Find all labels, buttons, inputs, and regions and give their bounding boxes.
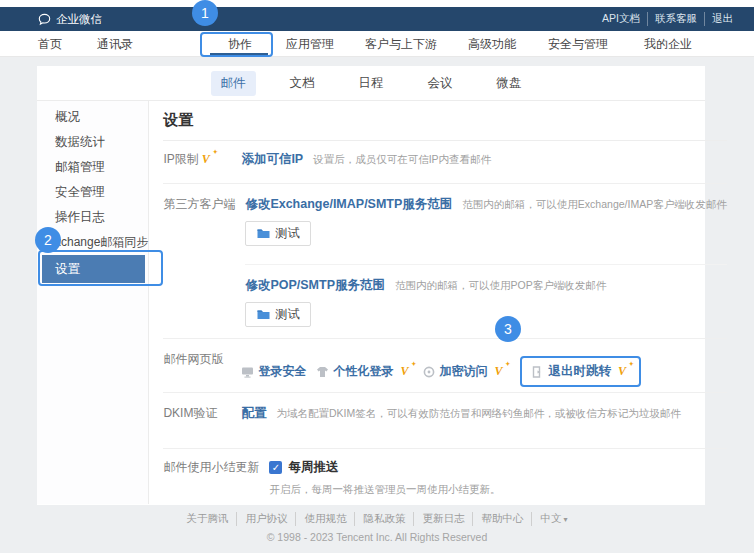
- weekly-push-checkbox[interactable]: [269, 461, 282, 474]
- dkim-configure-link[interactable]: 配置: [241, 405, 266, 422]
- tab-schedule[interactable]: 日程: [349, 71, 394, 96]
- annotation-step-2: 2: [35, 227, 61, 253]
- nav-my-company[interactable]: 我的企业: [644, 31, 692, 57]
- pop-range-note: 范围内的邮箱，可以使用POP客户端收发邮件: [395, 279, 606, 293]
- wecom-admin-page: 企业微信 API文档 联系客服 退出 首页 通讯录 协作 应用管理 客户与上下游…: [0, 0, 754, 553]
- ip-limit-row: IP限制 添加可信IP 设置后，成员仅可在可信IP内查看邮件: [163, 141, 726, 184]
- paid-feature-icon: [202, 152, 214, 167]
- tab-meeting[interactable]: 会议: [418, 71, 463, 96]
- page-title: 设置: [163, 101, 726, 141]
- mail-sidebar: 概况 数据统计 邮箱管理 安全管理 操作日志 Exchange邮箱同步 设置: [37, 101, 149, 504]
- summary-label: 邮件使用小结更新: [163, 459, 259, 505]
- sidebar-item-statistics[interactable]: 数据统计: [37, 130, 148, 155]
- logout-redirect-option[interactable]: 退出时跳转: [520, 356, 641, 387]
- logo-text: 企业微信: [56, 12, 102, 27]
- exchange-range-note: 范围内的邮箱，可以使用Exchange/IMAP客户端收发邮件: [462, 198, 726, 212]
- tab-drive[interactable]: 微盘: [487, 71, 532, 96]
- modify-pop-range-link[interactable]: 修改POP/SMTP服务范围: [245, 277, 385, 294]
- encrypted-access-option[interactable]: 加密访问: [422, 363, 506, 380]
- monitor-icon: [241, 365, 254, 378]
- logout-icon: [531, 365, 544, 378]
- third-party-label: 第三方客户端: [163, 196, 235, 338]
- nav-contacts[interactable]: 通讯录: [97, 31, 133, 57]
- nav-apps[interactable]: 应用管理: [286, 31, 334, 57]
- ip-limit-content: 添加可信IP 设置后，成员仅可在可信IP内查看邮件: [241, 151, 491, 183]
- webmail-label: 邮件网页版: [163, 351, 231, 392]
- topbar-links: API文档 联系客服 退出: [595, 12, 740, 26]
- paid-feature-icon: [400, 364, 412, 379]
- exchange-imap-smtp-block: 修改Exchange/IMAP/SMTP服务范围 范围内的邮箱，可以使用Exch…: [245, 196, 726, 265]
- sidebar-item-mailbox[interactable]: 邮箱管理: [37, 155, 148, 180]
- chat-bubble-icon: [38, 13, 51, 26]
- folder-icon: [257, 227, 270, 240]
- help-center-link[interactable]: 帮助中心: [472, 512, 531, 526]
- dkim-note: 为域名配置DKIM签名，可以有效防范仿冒和网络钓鱼邮件，或被收信方标记为垃圾邮件: [276, 407, 680, 421]
- content-card: 邮件 文档 日程 会议 微盘 概况 数据统计 邮箱管理 安全管理 操作日志 Ex…: [37, 66, 705, 505]
- tab-docs[interactable]: 文档: [280, 71, 325, 96]
- card-body: 概况 数据统计 邮箱管理 安全管理 操作日志 Exchange邮箱同步 设置 设…: [37, 101, 705, 504]
- weekly-push-label: 每周推送: [288, 459, 338, 476]
- sidebar-item-logs[interactable]: 操作日志: [37, 205, 148, 230]
- folder-icon: [257, 308, 270, 321]
- annotation-step-1: 1: [192, 0, 218, 26]
- dkim-content: 配置 为域名配置DKIM签名，可以有效防范仿冒和网络钓鱼邮件，或被收信方标记为垃…: [241, 405, 680, 448]
- logout-link[interactable]: 退出: [704, 12, 740, 26]
- add-trusted-ip-link[interactable]: 添加可信IP: [241, 151, 303, 168]
- copyright-text: © 1998 - 2023 Tencent Inc. All Rights Re…: [0, 531, 754, 543]
- third-party-content: 修改Exchange/IMAP/SMTP服务范围 范围内的邮箱，可以使用Exch…: [245, 196, 726, 338]
- pop-smtp-block: 修改POP/SMTP服务范围 范围内的邮箱，可以使用POP客户端收发邮件 测试: [245, 265, 726, 327]
- tab-mail[interactable]: 邮件: [211, 71, 256, 96]
- modify-exchange-range-link[interactable]: 修改Exchange/IMAP/SMTP服务范围: [245, 196, 452, 213]
- webmail-options: 登录安全 个性化登录: [241, 351, 641, 392]
- sidebar-item-settings[interactable]: 设置: [42, 255, 145, 283]
- usage-policy-link[interactable]: 使用规范: [295, 512, 354, 526]
- main-nav: 首页 通讯录 协作 应用管理 客户与上下游 高级功能 安全与管理 我的企业: [0, 31, 754, 57]
- nav-customers[interactable]: 客户与上下游: [365, 31, 437, 57]
- sidebar-item-overview[interactable]: 概况: [37, 105, 148, 130]
- about-tencent-link[interactable]: 关于腾讯: [178, 512, 236, 526]
- third-party-row: 第三方客户端 修改Exchange/IMAP/SMTP服务范围 范围内的邮箱，可…: [163, 184, 726, 339]
- active-nav-underline: [210, 53, 268, 56]
- summary-note: 开启后，每周一将推送管理员一周使用小结更新。: [269, 483, 500, 497]
- user-agreement-link[interactable]: 用户协议: [236, 512, 295, 526]
- privacy-policy-link[interactable]: 隐私政策: [354, 512, 413, 526]
- theme-skin-icon: [316, 365, 329, 378]
- webmail-row: 邮件网页版 登录安全 个性化登录: [163, 339, 726, 393]
- personalized-login-option[interactable]: 个性化登录: [316, 363, 412, 380]
- lock-icon: [422, 365, 435, 378]
- paid-feature-icon: [618, 364, 630, 379]
- dkim-label: DKIM验证: [163, 405, 231, 448]
- mail-module-tabs: 邮件 文档 日程 会议 微盘: [37, 66, 705, 101]
- summary-content: 每周推送 开启后，每周一将推送管理员一周使用小结更新。: [269, 459, 500, 505]
- paid-feature-icon: [494, 364, 506, 379]
- contact-support-link[interactable]: 联系客服: [647, 12, 704, 26]
- ip-limit-note: 设置后，成员仅可在可信IP内查看邮件: [313, 153, 491, 167]
- footer-links: 关于腾讯 用户协议 使用规范 隐私政策 更新日志 帮助中心 中文▾: [178, 512, 575, 526]
- api-docs-link[interactable]: API文档: [595, 12, 647, 26]
- changelog-link[interactable]: 更新日志: [413, 512, 472, 526]
- language-selector[interactable]: 中文▾: [531, 512, 575, 526]
- summary-row: 邮件使用小结更新 每周推送 开启后，每周一将推送管理员一周使用小结更新。: [163, 449, 726, 505]
- ip-limit-label: IP限制: [163, 151, 231, 183]
- annotation-step-3: 3: [495, 316, 521, 342]
- page-footer: 关于腾讯 用户协议 使用规范 隐私政策 更新日志 帮助中心 中文▾ © 1998…: [0, 512, 754, 543]
- nav-home[interactable]: 首页: [38, 31, 62, 57]
- pop-test-button[interactable]: 测试: [245, 302, 311, 327]
- nav-advanced[interactable]: 高级功能: [468, 31, 516, 57]
- wecom-logo[interactable]: 企业微信: [38, 12, 102, 27]
- nav-security[interactable]: 安全与管理: [548, 31, 608, 57]
- exchange-test-button[interactable]: 测试: [245, 221, 311, 246]
- settings-panel: 设置 IP限制 添加可信IP 设置后，成员仅可在可信IP内查看邮件 第三方客户端: [149, 101, 744, 504]
- login-security-option[interactable]: 登录安全: [241, 363, 306, 380]
- top-bar: 企业微信 API文档 联系客服 退出: [0, 7, 754, 31]
- dkim-row: DKIM验证 配置 为域名配置DKIM签名，可以有效防范仿冒和网络钓鱼邮件，或被…: [163, 393, 726, 449]
- chevron-down-icon: ▾: [563, 515, 567, 524]
- sidebar-item-security[interactable]: 安全管理: [37, 180, 148, 205]
